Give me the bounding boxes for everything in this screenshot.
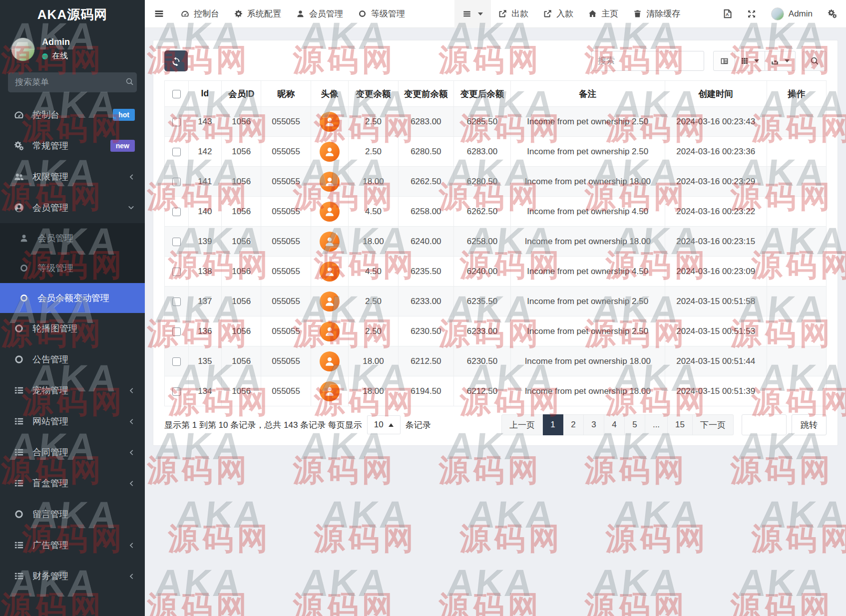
refresh-button[interactable] — [164, 50, 188, 71]
row-checkbox[interactable] — [172, 268, 181, 276]
page-1[interactable]: 1 — [543, 414, 563, 435]
page-next[interactable]: 下一页 — [693, 414, 734, 435]
page-15[interactable]: 15 — [668, 414, 693, 435]
nav-settings[interactable] — [820, 0, 846, 28]
sidebar-item-member-balance-change[interactable]: 会员余额变动管理 — [0, 283, 145, 313]
cell-created: 2024-03-16 00:23:36 — [665, 137, 767, 167]
column-header[interactable]: Id — [188, 81, 221, 107]
detail-view-button[interactable] — [713, 51, 735, 71]
column-header[interactable]: 变更前余额 — [398, 81, 453, 107]
sidebar-item-label: 广告管理 — [32, 539, 68, 551]
page-2[interactable]: 2 — [563, 414, 584, 435]
column-header[interactable]: 备注 — [510, 81, 665, 107]
row-checkbox[interactable] — [172, 208, 181, 216]
list-icon — [13, 416, 25, 426]
sidebar-item-label: 会员管理 — [32, 202, 68, 214]
columns-button[interactable] — [735, 51, 765, 71]
chevron-left-icon — [127, 542, 135, 549]
nav-homepage[interactable]: 主页 — [581, 0, 626, 28]
nav-withdraw[interactable]: 出款 — [491, 0, 536, 28]
cell-actions — [767, 167, 826, 197]
nav-level-management[interactable]: 等级管理 — [351, 0, 413, 28]
cell-before: 6262.50 — [398, 167, 453, 197]
cell-actions — [767, 137, 826, 167]
nav-deposit[interactable]: 入款 — [536, 0, 581, 28]
sidebar-item-website-management[interactable]: 网站管理 — [0, 406, 145, 437]
row-checkbox[interactable] — [172, 298, 181, 306]
table-search-input[interactable] — [591, 51, 704, 71]
sidebar-item-contract-management[interactable]: 合同管理 — [0, 437, 145, 468]
nav-fullscreen[interactable] — [740, 0, 764, 28]
cell-id: 143 — [188, 107, 221, 137]
cell-after: 6240.00 — [454, 257, 511, 287]
cogs-icon — [828, 9, 837, 18]
sidebar-item-finance-management[interactable]: 财务管理 — [0, 561, 145, 592]
page-3[interactable]: 3 — [584, 414, 604, 435]
nav-system-config[interactable]: 系统配置 — [227, 0, 289, 28]
cell-nickname: 055055 — [261, 137, 311, 167]
cell-remark: Income from pet ownership 2.50 — [510, 137, 665, 167]
page-ellipsis[interactable]: ... — [645, 414, 668, 435]
column-header[interactable]: 昵称 — [261, 81, 311, 107]
sidebar-item-message-management[interactable]: 留言管理 — [0, 499, 145, 530]
row-checkbox[interactable] — [172, 178, 181, 186]
column-header[interactable]: 会员ID — [221, 81, 261, 107]
hamburger-menu-icon[interactable] — [145, 0, 173, 28]
sidebar-item-ad-management[interactable]: 广告管理 — [0, 530, 145, 561]
nav-user[interactable]: Admin — [764, 0, 820, 28]
member-avatar-icon — [320, 262, 340, 282]
sidebar-item-carousel-management[interactable]: 轮播图管理 — [0, 313, 145, 344]
cell-avatar — [311, 107, 349, 137]
member-avatar-icon — [320, 172, 340, 192]
page-5[interactable]: 5 — [625, 414, 645, 435]
cell-id: 136 — [188, 316, 221, 346]
cell-amount: 2.50 — [349, 137, 398, 167]
export-button[interactable] — [765, 51, 796, 71]
row-checkbox[interactable] — [172, 118, 181, 126]
caret-down-icon — [785, 59, 790, 62]
select-all-checkbox[interactable] — [172, 90, 181, 98]
column-header[interactable]: 操作 — [767, 81, 826, 107]
sidebar-item-general-management[interactable]: 常规管理new — [0, 130, 145, 161]
export-icon — [771, 57, 779, 65]
row-checkbox[interactable] — [172, 238, 181, 246]
nav-clear-cache[interactable]: 清除缓存 — [626, 0, 688, 28]
nav-menu-dropdown[interactable] — [454, 0, 491, 28]
sidebar-item-dashboard[interactable]: 控制台hot — [0, 99, 145, 130]
sidebar-search-input[interactable] — [15, 77, 125, 87]
sidebar-item-permission-management[interactable]: 权限管理 — [0, 161, 145, 192]
cell-created: 2024-03-15 00:51:39 — [665, 376, 767, 406]
cell-amount: 2.50 — [349, 287, 398, 316]
row-checkbox[interactable] — [172, 357, 181, 366]
page-size-select[interactable]: 10 — [367, 415, 401, 434]
row-checkbox[interactable] — [172, 148, 181, 156]
caret-down-icon — [754, 59, 759, 62]
cell-avatar — [311, 346, 349, 376]
nav-language[interactable]: A — [715, 0, 740, 28]
nav-dashboard[interactable]: 控制台 — [173, 0, 227, 28]
sidebar-item-label: 网站管理 — [32, 415, 68, 427]
search-button[interactable] — [803, 51, 827, 71]
sidebar-item-pet-management[interactable]: 宠物管理 — [0, 375, 145, 406]
nav-member-management[interactable]: 会员管理 — [289, 0, 351, 28]
member-avatar-icon — [320, 321, 340, 341]
sidebar-item-member-list[interactable]: 会员管理 — [0, 223, 145, 253]
column-header[interactable]: 头像 — [311, 81, 349, 107]
sidebar-item-announcement-management[interactable]: 公告管理 — [0, 344, 145, 375]
row-checkbox[interactable] — [172, 387, 181, 396]
column-header[interactable]: 创建时间 — [665, 81, 767, 107]
column-header[interactable]: 变更余额 — [349, 81, 398, 107]
nav-item-label: 控制台 — [194, 8, 219, 19]
sidebar-item-label: 等级管理 — [37, 262, 73, 274]
page-prev[interactable]: 上一页 — [501, 414, 543, 435]
caret-down-icon — [478, 12, 483, 15]
row-checkbox[interactable] — [172, 327, 181, 336]
page-4[interactable]: 4 — [604, 414, 625, 435]
sidebar-item-blindbox-management[interactable]: 盲盒管理 — [0, 468, 145, 499]
sidebar-item-level-management[interactable]: 等级管理 — [0, 253, 145, 283]
navbar-left-group: 控制台系统配置会员管理等级管理 — [173, 0, 413, 28]
column-header[interactable]: 变更后余额 — [454, 81, 511, 107]
jump-page-input[interactable] — [742, 414, 787, 435]
jump-button[interactable]: 跳转 — [792, 414, 827, 435]
sidebar-item-member-management[interactable]: 会员管理 — [0, 192, 145, 223]
